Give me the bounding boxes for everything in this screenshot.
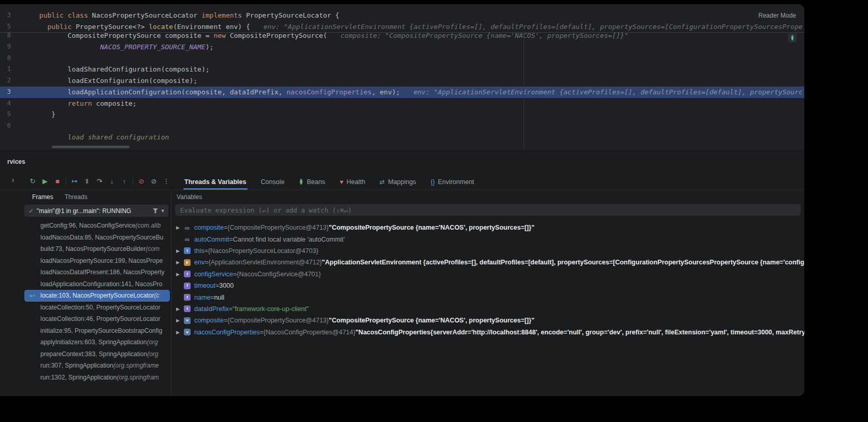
variable-row[interactable]: ▶∞composite = {CompositePropertySource@4… bbox=[172, 222, 804, 233]
gutter-space[interactable] bbox=[11, 41, 35, 53]
code-line[interactable]: 3 public class NacosPropertySourceLocato… bbox=[0, 10, 804, 21]
evaluate-expression-input[interactable]: Evaluate expression (↵) or add a watch (… bbox=[175, 204, 801, 216]
expand-chevron-icon[interactable]: ▶ bbox=[176, 272, 184, 277]
step-out-button[interactable]: ↑ bbox=[118, 175, 131, 187]
tab-console[interactable]: Console bbox=[261, 174, 285, 190]
gutter-space[interactable] bbox=[11, 75, 35, 87]
gutter-space[interactable] bbox=[11, 132, 35, 143]
variable-row[interactable]: ▶fdataIdPrefix = "framework-core-up-clie… bbox=[172, 303, 804, 315]
code-line[interactable]: 2 loadExtConfiguration(composite); bbox=[0, 75, 804, 87]
pause-button[interactable]: ‖ bbox=[81, 175, 93, 187]
code-line[interactable]: 9 NACOS_PROPERTY_SOURCE_NAME); bbox=[0, 41, 804, 53]
step-over-button[interactable]: ↷ bbox=[93, 175, 106, 187]
stack-frame[interactable]: loadNacosPropertySource:199, NacosPrope bbox=[24, 255, 170, 267]
variable-icon-cell: v bbox=[184, 317, 194, 324]
tab-beans[interactable]: Beans bbox=[299, 174, 325, 190]
mute-breakpoints-button[interactable]: ⊘ bbox=[135, 175, 148, 187]
gutter-space[interactable] bbox=[11, 120, 35, 132]
stack-frame[interactable]: applyInitializers:603, SpringApplication… bbox=[24, 336, 170, 348]
stack-frame[interactable]: run:1302, SpringApplication (org.springf… bbox=[24, 372, 170, 384]
line-number[interactable]: 6 bbox=[0, 120, 11, 132]
line-number[interactable]: 5 bbox=[0, 109, 11, 120]
sticky-lines[interactable]: 3 public class NacosPropertySourceLocato… bbox=[0, 10, 804, 33]
code-line[interactable]: 4 return composite; bbox=[0, 98, 804, 109]
gutter-space[interactable] bbox=[11, 53, 35, 64]
code-line[interactable]: 0 bbox=[0, 53, 804, 64]
gutter-space[interactable] bbox=[11, 109, 35, 120]
tab-mappings[interactable]: ⇄Mappings bbox=[380, 174, 416, 190]
stack-frame[interactable]: initialize:95, PropertySourceBootstrapCo… bbox=[24, 325, 170, 337]
stack-frame[interactable]: loadApplicationConfiguration:141, NacosP… bbox=[24, 278, 170, 290]
more-options-button[interactable]: ⋮ bbox=[160, 175, 172, 187]
stop-button[interactable]: ■ bbox=[51, 175, 64, 187]
filter-icon[interactable] bbox=[152, 208, 158, 214]
gutter-space[interactable] bbox=[11, 10, 35, 21]
code-line[interactable]: 6 bbox=[0, 120, 804, 132]
line-number[interactable]: 9 bbox=[0, 41, 11, 53]
code-line[interactable]: load shared configuration bbox=[0, 132, 804, 143]
gutter-space[interactable] bbox=[11, 87, 35, 98]
equals-separator: = bbox=[259, 329, 263, 336]
step-into-button[interactable]: ↓ bbox=[106, 175, 118, 187]
editor-lines[interactable]: 8 CompositePropertySource composite = ne… bbox=[0, 30, 804, 143]
variable-row[interactable]: ftimeout = 3000 bbox=[172, 280, 804, 291]
thread-selector[interactable]: ✓ "main"@1 in gr...main": RUNNING bbox=[24, 205, 168, 217]
stack-frame[interactable]: prepareContext:383, SpringApplication (o… bbox=[24, 348, 170, 360]
expand-chevron-icon[interactable]: ▶ bbox=[176, 260, 184, 265]
stack-frame[interactable]: loadNacosDataIfPresent:186, NacosPropert… bbox=[24, 266, 170, 278]
line-number[interactable]: 3 bbox=[0, 10, 11, 21]
stack-frame[interactable]: locateCollection:46, PropertySourceLocat… bbox=[24, 313, 170, 325]
horizontal-scrollbar[interactable] bbox=[52, 146, 129, 148]
show-execution-point-button[interactable]: ↦ bbox=[68, 175, 81, 187]
line-number[interactable]: 4 bbox=[0, 98, 11, 109]
stack-frame[interactable]: build:73, NacosPropertySourceBuilder (co… bbox=[24, 243, 170, 255]
line-number[interactable]: 5 bbox=[0, 21, 11, 33]
stack-frame[interactable]: loadNacosData:85, NacosPropertySourceBu bbox=[24, 232, 170, 244]
gutter-space[interactable] bbox=[11, 98, 35, 109]
line-number[interactable] bbox=[0, 132, 11, 143]
services-label: rvices bbox=[7, 158, 25, 165]
expand-chevron-icon[interactable]: ▶ bbox=[176, 248, 184, 254]
code-line[interactable]: 5 } bbox=[0, 109, 804, 120]
expand-chevron-icon[interactable]: ▶ bbox=[176, 318, 184, 323]
stack-frame[interactable]: ↩locate:103, NacosPropertySourceLocator … bbox=[24, 290, 170, 302]
stack-frame[interactable]: locateCollection:50, PropertySourceLocat… bbox=[24, 302, 170, 314]
variable-row[interactable]: ▶tthis = {NacosPropertySourceLocator@470… bbox=[172, 245, 804, 257]
inline-debugger-hint: env: "ApplicationServletEnvironment {act… bbox=[264, 23, 803, 31]
code-token: PropertySource<?> bbox=[71, 23, 149, 31]
tab-threads[interactable]: Threads bbox=[65, 193, 88, 201]
variable-row[interactable]: ▶penv = {ApplicationServletEnvironment@4… bbox=[172, 257, 804, 268]
code-line[interactable]: 3 loadApplicationConfiguration(composite… bbox=[0, 87, 804, 98]
chevron-down-icon[interactable] bbox=[161, 207, 164, 214]
variable-row[interactable]: ∞autoCommit = Cannot find local variable… bbox=[172, 233, 804, 245]
line-number[interactable]: 1 bbox=[0, 64, 11, 75]
gutter-space[interactable] bbox=[11, 21, 35, 33]
expand-chevron-icon[interactable]: ▶ bbox=[176, 306, 184, 312]
panel-divider[interactable] bbox=[171, 190, 171, 396]
view-breakpoints-button[interactable]: ⊘ bbox=[148, 175, 160, 187]
code-editor[interactable]: 8 CompositePropertySource composite = ne… bbox=[0, 4, 804, 150]
code-line[interactable]: 5 public PropertySource<?> locate(Enviro… bbox=[0, 21, 804, 33]
code-line[interactable]: 1 loadSharedConfiguration(composite); bbox=[0, 64, 804, 75]
tab-environment[interactable]: {}Environment bbox=[430, 174, 474, 190]
variable-name: nacosConfigProperties bbox=[194, 329, 259, 336]
stack-frame[interactable]: getConfig:96, NacosConfigService (com.al… bbox=[24, 220, 170, 232]
expand-chevron-icon[interactable]: ▶ bbox=[176, 330, 184, 335]
line-number[interactable]: 2 bbox=[0, 75, 11, 87]
resume-button[interactable]: ▶ bbox=[39, 175, 51, 187]
variable-row[interactable]: ▶vnacosConfigProperties = {NacosConfigPr… bbox=[172, 327, 804, 338]
variable-row[interactable]: fname = null bbox=[172, 291, 804, 303]
rerun-button[interactable]: ↻ bbox=[26, 175, 39, 187]
expand-chevron-icon[interactable]: ▶ bbox=[176, 225, 184, 230]
line-number[interactable]: 0 bbox=[0, 53, 11, 64]
variable-row[interactable]: ▶vcomposite = {CompositePropertySource@4… bbox=[172, 315, 804, 326]
editor-widget-icon[interactable] bbox=[788, 33, 797, 43]
tab-threads-variables[interactable]: Threads & Variables bbox=[184, 174, 247, 190]
variable-row[interactable]: ▶fconfigService = {NacosConfigService@47… bbox=[172, 269, 804, 280]
tab-health[interactable]: ♥Health bbox=[340, 174, 365, 190]
panel-expander-icon[interactable] bbox=[8, 175, 18, 185]
stack-frame[interactable]: run:307, SpringApplication (org.springfr… bbox=[24, 360, 170, 372]
gutter-space[interactable] bbox=[11, 64, 35, 75]
line-number[interactable]: 3 bbox=[0, 87, 11, 98]
tab-frames[interactable]: Frames bbox=[32, 193, 53, 201]
